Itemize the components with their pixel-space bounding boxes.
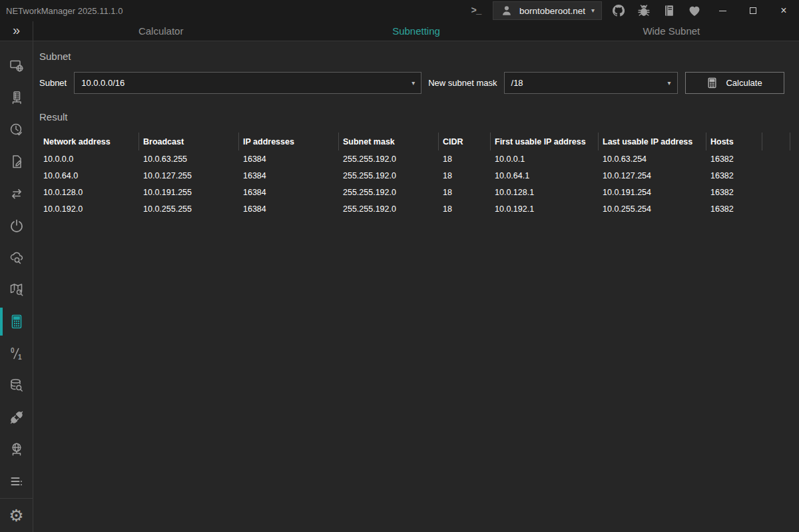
monitor-globe-icon — [9, 58, 25, 74]
column-header-filler — [762, 133, 790, 150]
tab-bar: » Calculator Subnetting Wide Subnet — [0, 21, 799, 41]
sidebar-expander[interactable]: » — [0, 21, 33, 41]
tab-wide-subnet[interactable]: Wide Subnet — [544, 21, 799, 41]
table-cell: 10.0.64.0 — [39, 167, 139, 184]
table-cell: 18 — [439, 200, 491, 217]
table-cell: 10.0.127.254 — [599, 167, 706, 184]
sidebar-item-subnet-calculator[interactable] — [0, 306, 33, 338]
minimize-button[interactable] — [707, 0, 738, 21]
column-header[interactable]: Hosts — [706, 133, 762, 150]
result-section-title: Result — [39, 111, 791, 123]
sidebar-item-power[interactable] — [0, 210, 33, 242]
plug-icon — [9, 409, 25, 425]
active-indicator — [0, 308, 3, 336]
column-header[interactable]: Last usable IP address — [599, 133, 706, 150]
table-cell: 18 — [439, 150, 491, 167]
table-cell: 10.0.127.255 — [139, 167, 239, 184]
github-icon — [611, 3, 626, 18]
donate-button[interactable] — [682, 0, 707, 21]
list-icon — [9, 473, 25, 489]
calculate-button-label: Calculate — [726, 78, 762, 88]
table-cell: 16384 — [239, 150, 339, 167]
binary-icon: 0 1 — [9, 346, 25, 362]
column-header[interactable]: Network address — [39, 133, 139, 150]
sidebar-item-notes[interactable] — [0, 146, 33, 178]
sidebar-item-cloud-search[interactable] — [0, 242, 33, 274]
new-subnet-mask-label: New subnet mask — [428, 78, 497, 88]
table-cell-filler — [762, 200, 790, 217]
svg-text:1: 1 — [18, 354, 22, 361]
new-subnet-mask-value: /18 — [511, 78, 668, 88]
table-cell: 10.0.0.0 — [39, 150, 139, 167]
close-button[interactable]: × — [768, 0, 799, 21]
terminal-button[interactable]: >_ — [463, 0, 489, 21]
table-cell: 16382 — [706, 184, 762, 200]
documentation-button[interactable] — [657, 0, 682, 21]
github-button[interactable] — [606, 0, 631, 21]
subnet-controls: Subnet 10.0.0.0/16 ▾ New subnet mask /18… — [39, 72, 791, 94]
sidebar-item-dashboard[interactable] — [0, 50, 33, 82]
calculator-icon — [9, 314, 25, 330]
subnet-value: 10.0.0.0/16 — [81, 78, 411, 88]
sidebar-item-settings[interactable]: ⚙ — [0, 499, 33, 532]
documentation-icon — [663, 4, 676, 17]
table-cell-filler — [762, 184, 790, 200]
table-row[interactable]: 10.0.192.010.0.255.25516384255.255.192.0… — [39, 200, 790, 217]
chevron-down-icon: ▾ — [411, 80, 415, 87]
profile-name: borntoberoot.net — [519, 6, 585, 16]
app-title: NETworkManager 2025.11.1.0 — [0, 6, 123, 16]
table-cell: 10.0.192.1 — [491, 200, 599, 217]
server-icon — [9, 90, 25, 106]
calculator-button-icon — [706, 77, 718, 89]
column-header[interactable]: First usable IP address — [491, 133, 599, 150]
table-cell: 10.0.255.254 — [599, 200, 706, 217]
table-cell: 255.255.192.0 — [339, 167, 439, 184]
table-cell: 10.0.191.254 — [599, 184, 706, 200]
database-search-icon — [9, 378, 25, 394]
clock-check-icon — [9, 122, 25, 138]
chevron-down-icon: ▾ — [668, 80, 671, 87]
maximize-button[interactable] — [738, 0, 768, 21]
report-bug-button[interactable] — [631, 0, 657, 21]
heart-icon — [687, 3, 702, 18]
table-cell: 16384 — [239, 184, 339, 200]
table-row[interactable]: 10.0.64.010.0.127.25516384255.255.192.01… — [39, 167, 790, 184]
close-icon: × — [780, 5, 786, 16]
result-table-header: Network addressBroadcastIP addressesSubn… — [39, 133, 790, 150]
profile-switcher[interactable]: borntoberoot.net ▾ — [493, 1, 602, 20]
sidebar-item-bit-calculator[interactable]: 0 1 — [0, 338, 33, 370]
sidebar-item-clock[interactable] — [0, 114, 33, 146]
subnet-label: Subnet — [39, 78, 67, 88]
column-header[interactable]: Broadcast — [139, 133, 239, 150]
new-subnet-mask-combobox[interactable]: /18 ▾ — [504, 72, 678, 94]
cloud-search-icon — [9, 250, 25, 266]
person-icon — [500, 4, 513, 17]
table-cell: 10.0.128.0 — [39, 184, 139, 200]
table-row[interactable]: 10.0.128.010.0.191.25516384255.255.192.0… — [39, 184, 790, 200]
sidebar-item-db-search[interactable] — [0, 370, 33, 401]
sidebar-item-server[interactable] — [0, 82, 33, 114]
column-header[interactable]: IP addresses — [239, 133, 339, 150]
column-header[interactable]: Subnet mask — [339, 133, 439, 150]
calculate-button[interactable]: Calculate — [685, 72, 784, 94]
sidebar-item-map-search[interactable] — [0, 274, 33, 306]
table-cell: 10.0.0.1 — [491, 150, 599, 167]
document-edit-icon — [9, 154, 25, 170]
table-cell: 255.255.192.0 — [339, 150, 439, 167]
sidebar-item-globe[interactable] — [0, 433, 33, 465]
tab-subnetting[interactable]: Subnetting — [288, 21, 543, 41]
table-cell: 10.0.128.1 — [491, 184, 599, 200]
table-cell: 16384 — [239, 167, 339, 184]
sidebar-item-swap[interactable] — [0, 178, 33, 210]
bug-icon — [637, 3, 651, 18]
sidebar-item-connections[interactable] — [0, 401, 33, 433]
sidebar-item-list[interactable] — [0, 465, 33, 497]
subnet-combobox[interactable]: 10.0.0.0/16 ▾ — [74, 72, 421, 94]
tab-calculator[interactable]: Calculator — [33, 21, 288, 41]
swap-arrows-icon — [9, 186, 25, 202]
table-row[interactable]: 10.0.0.010.0.63.25516384255.255.192.0181… — [39, 150, 790, 167]
table-cell: 16382 — [706, 150, 762, 167]
column-header[interactable]: CIDR — [439, 133, 491, 150]
svg-text:0: 0 — [11, 347, 15, 354]
table-cell: 16384 — [239, 200, 339, 217]
